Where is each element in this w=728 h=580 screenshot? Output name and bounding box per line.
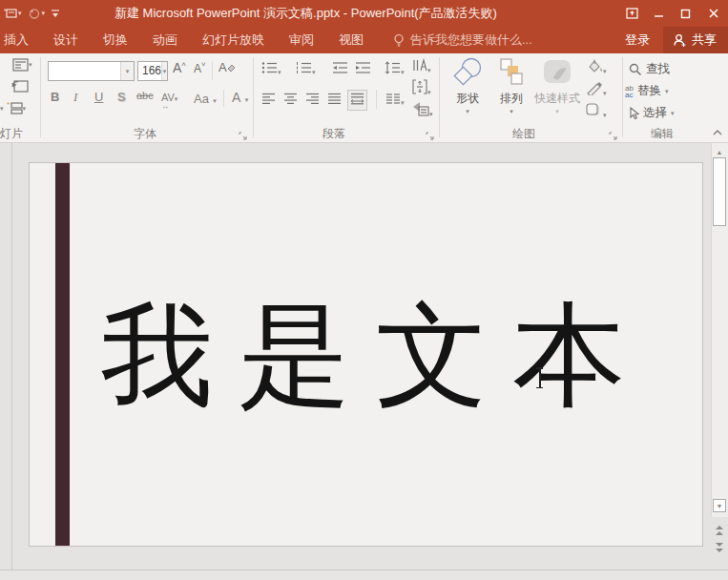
- tab-view[interactable]: 视图: [326, 27, 376, 53]
- scroll-up-button[interactable]: ▲: [713, 145, 726, 158]
- group-separator: [40, 57, 41, 137]
- justify-button[interactable]: [327, 92, 342, 109]
- previous-slide-button[interactable]: [713, 523, 726, 537]
- layout-button[interactable]: ▾: [12, 58, 32, 72]
- align-text-button[interactable]: ▾: [412, 79, 431, 98]
- grow-font-button[interactable]: A˄: [173, 60, 186, 75]
- share-button[interactable]: 共享: [663, 27, 728, 53]
- powerpoint-window: * ▾ ▾ 新建 Microsoft PowerPoint: [0, 0, 728, 580]
- select-label: 选择: [643, 105, 667, 121]
- scroll-down-button[interactable]: ▼: [713, 499, 726, 512]
- thumbnail-pane-divider[interactable]: [11, 143, 12, 570]
- drawing-dialog-launcher[interactable]: [609, 127, 618, 136]
- next-slide-button[interactable]: [713, 540, 726, 554]
- font-color-button[interactable]: A ▾: [232, 89, 248, 106]
- maximize-button[interactable]: [672, 0, 698, 27]
- slide-accent-bar[interactable]: [55, 163, 70, 546]
- tab-design[interactable]: 设计: [41, 27, 91, 53]
- shrink-font-glyph: A: [194, 62, 201, 75]
- double-up-arrow-icon: [715, 525, 724, 536]
- drawing-group-label: 绘图: [512, 126, 535, 142]
- shape-outline-button[interactable]: ▾: [586, 81, 607, 99]
- window-title: 新建 Microsoft PowerPoint 演示文稿.pptx - Powe…: [114, 0, 497, 27]
- find-button[interactable]: 查找: [629, 61, 670, 77]
- minimize-button[interactable]: [645, 0, 672, 27]
- slides-group: ▾ ▾ * ▾ 灯片: [0, 53, 40, 143]
- text-shadow-button[interactable]: S: [117, 90, 126, 104]
- shrink-font-button[interactable]: A˅: [194, 60, 206, 75]
- tab-animations[interactable]: 动画: [140, 27, 190, 53]
- tab-transitions[interactable]: 切换: [91, 27, 140, 53]
- bold-button[interactable]: B: [51, 90, 59, 104]
- align-right-button[interactable]: [305, 92, 320, 109]
- align-center-button[interactable]: [283, 92, 298, 109]
- distributed-button[interactable]: [347, 90, 367, 111]
- section-button[interactable]: ▾ * ▾: [0, 101, 26, 115]
- tab-review[interactable]: 审阅: [277, 27, 326, 53]
- dropdown-caret-icon: ▾: [555, 108, 559, 115]
- shapes-icon: [451, 57, 484, 88]
- dialog-launcher-icon: [426, 132, 434, 140]
- scrollbar-thumb[interactable]: [713, 157, 726, 226]
- group-separator: [622, 57, 623, 137]
- replace-button[interactable]: ab ac 替换 ▾: [625, 83, 668, 99]
- small-separator: [376, 90, 377, 109]
- paragraph-dialog-launcher[interactable]: [426, 127, 435, 136]
- columns-icon: [385, 93, 401, 105]
- clear-formatting-button[interactable]: A: [218, 60, 236, 74]
- increase-indent-button[interactable]: [355, 61, 371, 78]
- lightbulb-icon: [393, 33, 405, 48]
- text-direction-button[interactable]: ▾: [412, 58, 431, 76]
- undo-qat-button[interactable]: ▾: [26, 3, 48, 24]
- new-slide-qat-button[interactable]: * ▾: [2, 3, 24, 24]
- bullets-button[interactable]: ▾: [261, 61, 281, 78]
- slide[interactable]: 我是文本: [29, 162, 703, 547]
- font-name-combo[interactable]: ▾: [48, 61, 135, 81]
- customize-qat-icon: [51, 8, 60, 19]
- close-icon: [708, 8, 719, 19]
- strikethrough-button[interactable]: abc: [136, 90, 154, 101]
- close-button[interactable]: [698, 0, 728, 27]
- dialog-launcher-icon: [609, 132, 617, 140]
- tab-slideshow[interactable]: 幻灯片放映: [190, 27, 277, 53]
- shape-fill-button[interactable]: ▾: [586, 59, 607, 77]
- clear-formatting-glyph: A: [218, 60, 227, 74]
- customize-qat-button[interactable]: [49, 3, 62, 24]
- change-case-button[interactable]: Aa ▾: [194, 90, 217, 107]
- italic-button[interactable]: I: [73, 90, 77, 105]
- sign-in-button[interactable]: 登录: [612, 31, 663, 49]
- font-name-dropdown[interactable]: ▾: [120, 62, 134, 80]
- search-icon: [629, 63, 642, 76]
- align-left-button[interactable]: [261, 92, 276, 109]
- arrange-button[interactable]: 排列 ▾: [489, 57, 533, 135]
- underline-button[interactable]: U: [94, 90, 103, 104]
- font-name-value: [49, 62, 120, 80]
- numbering-button[interactable]: ▾: [296, 61, 316, 78]
- shape-outline-icon: [586, 81, 603, 95]
- select-button[interactable]: 选择 ▾: [629, 105, 675, 121]
- font-size-dropdown[interactable]: ▾: [161, 62, 167, 80]
- columns-button[interactable]: ▾: [385, 92, 405, 109]
- tab-insert[interactable]: 插入: [0, 27, 41, 53]
- slide-title-text[interactable]: 我是文本: [82, 299, 651, 411]
- line-spacing-button[interactable]: ▾: [385, 61, 405, 78]
- collapse-ribbon-button[interactable]: [712, 124, 725, 137]
- shape-effects-button[interactable]: ▾: [586, 103, 607, 121]
- ribbon-display-options-button[interactable]: [618, 0, 645, 27]
- shapes-button[interactable]: 形状 ▾: [446, 57, 489, 135]
- convert-to-smartart-button[interactable]: ▾: [412, 101, 433, 120]
- find-label: 查找: [646, 61, 670, 77]
- small-separator: [223, 90, 224, 107]
- editing-group-label: 编辑: [651, 126, 674, 142]
- tell-me-box[interactable]: 告诉我您想要做什么...: [393, 31, 532, 49]
- double-down-arrow-icon: [715, 542, 724, 553]
- font-dialog-launcher[interactable]: [239, 127, 248, 136]
- quick-styles-button[interactable]: 快速样式 ▾: [530, 57, 584, 135]
- decrease-indent-button[interactable]: [332, 61, 348, 78]
- character-spacing-button[interactable]: AV▾ ↔: [161, 88, 177, 111]
- section-icon: *: [7, 101, 23, 115]
- grow-font-glyph: A: [173, 60, 181, 75]
- font-size-combo[interactable]: 166 ▾: [137, 61, 168, 81]
- reset-slide-button[interactable]: [10, 78, 29, 97]
- dropdown-caret-icon: ▾: [18, 10, 22, 17]
